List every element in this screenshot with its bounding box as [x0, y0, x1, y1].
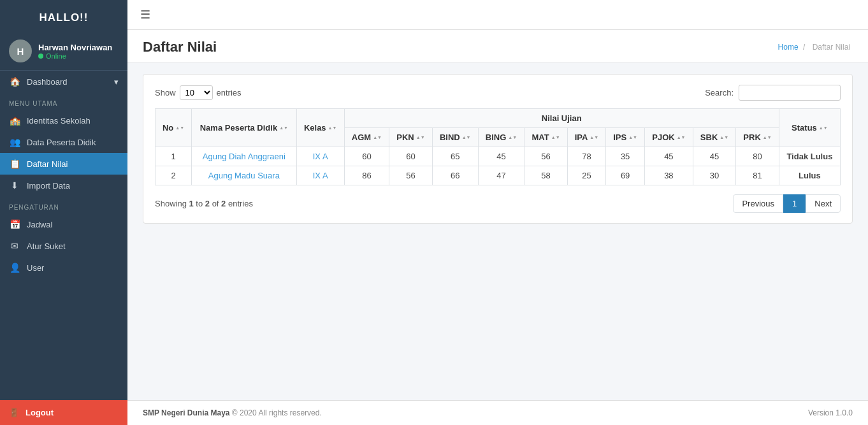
- nama-link[interactable]: Agung Diah Anggraeni: [203, 152, 286, 161]
- dashboard-icon: 🏠: [9, 76, 20, 87]
- main-area: ☰ Daftar Nilai Home / Daftar Nilai Show …: [127, 0, 868, 425]
- sidebar-item-user[interactable]: 👤 User: [0, 257, 127, 278]
- sidebar-item-label-identitas: Identitas Sekolah: [27, 116, 90, 126]
- col-header-bind: BIND ▲▼: [432, 128, 478, 147]
- sidebar-item-label-suket: Atur Suket: [27, 241, 66, 251]
- cell-pjok: 45: [645, 147, 693, 166]
- cell-pkn: 56: [389, 166, 433, 185]
- cell-bind: 66: [432, 166, 478, 185]
- sidebar-item-identitas-sekolah[interactable]: 🏫 Identitas Sekolah: [0, 110, 127, 131]
- sidebar-item-label-peserta: Data Peserta Didik: [27, 138, 96, 147]
- pg-total: 2: [221, 199, 226, 208]
- table-card: Show 10 25 50 100 entries Search:: [143, 74, 853, 224]
- footer: SMP Negeri Dunia Maya © 2020 All rights …: [127, 400, 868, 425]
- user-section: H Harwan Novriawan Online: [0, 33, 127, 71]
- user-icon: 👤: [9, 263, 20, 273]
- col-sort-prk[interactable]: PRK ▲▼: [743, 133, 771, 142]
- search-label: Search:: [705, 88, 734, 97]
- sidebar-item-atur-suket[interactable]: ✉ Atur Suket: [0, 235, 127, 257]
- col-sort-status[interactable]: Status ▲▼: [792, 123, 828, 133]
- cell-kelas: IX A: [296, 166, 344, 185]
- user-info: Harwan Novriawan Online: [38, 43, 112, 60]
- col-header-no: No ▲▼: [156, 109, 192, 147]
- sidebar-item-data-peserta-didik[interactable]: 👥 Data Peserta Didik: [0, 131, 127, 153]
- pengaturan-label: PENGATURAN: [0, 196, 127, 213]
- sort-arrows-no: ▲▼: [175, 126, 184, 130]
- sidebar-item-jadwal[interactable]: 📅 Jadwal: [0, 213, 127, 235]
- pagination-btn-previous[interactable]: Previous: [733, 194, 783, 213]
- sidebar-item-dashboard[interactable]: 🏠 Dashboard ▾: [0, 71, 127, 92]
- data-table: No ▲▼ Nama Peserta Didik ▲▼: [155, 108, 841, 185]
- content-area: Daftar Nilai Home / Daftar Nilai Show 10…: [127, 30, 868, 425]
- sidebar-item-label-jadwal: Jadwal: [27, 220, 52, 229]
- table-controls: Show 10 25 50 100 entries Search:: [155, 85, 841, 101]
- col-header-status: Status ▲▼: [779, 109, 840, 147]
- breadcrumb-home[interactable]: Home: [778, 43, 799, 52]
- cell-mat: 58: [524, 166, 567, 185]
- col-header-kelas: Kelas ▲▼: [296, 109, 344, 147]
- footer-rights: All rights reserved.: [258, 408, 321, 417]
- cell-prk: 80: [736, 147, 779, 166]
- sort-arrows-status: ▲▼: [819, 126, 828, 130]
- col-sort-ips[interactable]: IPS ▲▼: [613, 133, 637, 142]
- col-header-nilai-ujian: Nilai Ujian: [344, 109, 779, 128]
- table-body: 1 Agung Diah Anggraeni IX A 60 60 65 45 …: [156, 147, 841, 185]
- table-row: 1 Agung Diah Anggraeni IX A 60 60 65 45 …: [156, 147, 841, 166]
- peserta-icon: 👥: [9, 137, 20, 147]
- cell-nama: Agung Diah Anggraeni: [192, 147, 297, 166]
- user-name: Harwan Novriawan: [38, 43, 112, 52]
- menu-utama-label: MENU UTAMA: [0, 92, 127, 110]
- cell-status: Tidak Lulus: [779, 147, 840, 166]
- col-sort-no[interactable]: No ▲▼: [163, 123, 184, 133]
- cell-status: Lulus: [779, 166, 840, 185]
- col-header-sbk: SBK ▲▼: [693, 128, 736, 147]
- hamburger-icon[interactable]: ☰: [140, 8, 150, 22]
- user-status-text: Online: [46, 52, 66, 60]
- pagination-row: Showing 1 to 2 of 2 entries Previous1Nex…: [155, 194, 841, 213]
- kelas-link[interactable]: IX A: [313, 152, 328, 161]
- import-icon: ⬇: [9, 180, 20, 191]
- sort-arrows-nama: ▲▼: [279, 126, 288, 130]
- col-sort-bind[interactable]: BIND ▲▼: [440, 133, 471, 142]
- pagination-btn-1[interactable]: 1: [783, 194, 806, 213]
- identitas-icon: 🏫: [9, 115, 20, 126]
- col-sort-pkn[interactable]: PKN ▲▼: [396, 133, 424, 142]
- col-sort-agm[interactable]: AGM ▲▼: [352, 133, 382, 142]
- entries-select[interactable]: 10 25 50 100: [180, 85, 213, 100]
- nama-link[interactable]: Agung Madu Suara: [208, 171, 280, 180]
- cell-bing: 47: [478, 166, 524, 185]
- col-sort-kelas[interactable]: Kelas ▲▼: [304, 123, 337, 133]
- sidebar: HALLO!! H Harwan Novriawan Online 🏠 Dash…: [0, 0, 127, 425]
- footer-left: SMP Negeri Dunia Maya © 2020 All rights …: [143, 408, 322, 417]
- cell-bind: 65: [432, 147, 478, 166]
- col-sort-sbk[interactable]: SBK ▲▼: [700, 133, 728, 142]
- col-sort-nama[interactable]: Nama Peserta Didik ▲▼: [200, 123, 288, 133]
- col-header-bing: BING ▲▼: [478, 128, 524, 147]
- sidebar-item-label-user: User: [27, 263, 44, 273]
- col-sort-ipa[interactable]: IPA ▲▼: [575, 133, 599, 142]
- breadcrumb-separator: /: [803, 43, 805, 52]
- search-input[interactable]: [739, 85, 841, 101]
- sidebar-item-daftar-nilai[interactable]: 📋 Daftar Nilai: [0, 153, 127, 175]
- cell-nama: Agung Madu Suara: [192, 166, 297, 185]
- col-sort-bing[interactable]: BING ▲▼: [486, 133, 517, 142]
- logout-button[interactable]: 🚪 Logout: [0, 400, 127, 425]
- col-sort-pjok[interactable]: PJOK ▲▼: [652, 133, 685, 142]
- chevron-down-icon: ▾: [114, 77, 119, 87]
- footer-year: © 2020: [232, 408, 257, 417]
- cell-sbk: 45: [693, 147, 736, 166]
- sidebar-item-import-data[interactable]: ⬇ Import Data: [0, 175, 127, 196]
- breadcrumb: Home / Daftar Nilai: [778, 43, 853, 52]
- pagination-btn-next[interactable]: Next: [806, 194, 841, 213]
- cell-agm: 60: [344, 147, 389, 166]
- kelas-link[interactable]: IX A: [313, 171, 328, 180]
- breadcrumb-current: Daftar Nilai: [813, 43, 850, 52]
- cell-ipa: 78: [567, 147, 606, 166]
- avatar: H: [9, 40, 32, 62]
- topbar: ☰: [127, 0, 868, 30]
- col-sort-mat[interactable]: MAT ▲▼: [532, 133, 560, 142]
- cell-no: 1: [156, 147, 192, 166]
- cell-ips: 35: [606, 147, 645, 166]
- sidebar-item-label-nilai: Daftar Nilai: [27, 159, 68, 169]
- sidebar-title: HALLO!!: [0, 0, 127, 33]
